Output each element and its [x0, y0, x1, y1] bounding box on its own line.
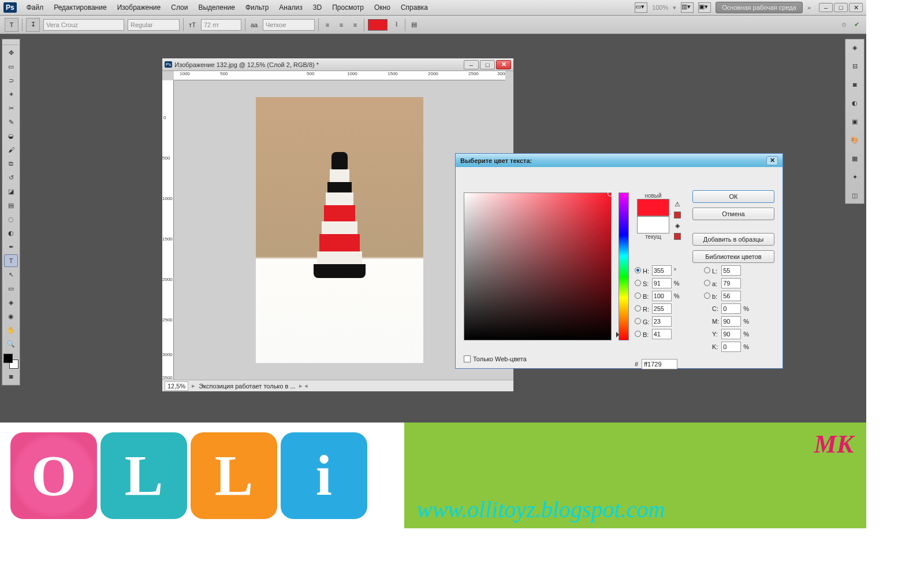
add-swatch-button[interactable]: Добавить в образцы [692, 233, 774, 246]
color-field[interactable] [464, 192, 612, 340]
hex-input[interactable] [642, 359, 677, 369]
font-size-dropdown[interactable]: 72 пт [201, 19, 241, 31]
blur-tool-icon[interactable]: ◌ [4, 213, 18, 225]
b-radio[interactable] [635, 292, 641, 299]
toolbox-grip[interactable] [3, 42, 18, 45]
bl-radio[interactable] [635, 331, 641, 337]
antialias-dropdown[interactable]: Четкое [263, 19, 315, 31]
dialog-close-button[interactable]: ✕ [766, 156, 778, 165]
paragraph-panel-icon[interactable]: ▤ [409, 20, 419, 30]
eraser-tool-icon[interactable]: ◪ [4, 185, 18, 198]
doc-zoom-field[interactable]: 12,5% [165, 381, 188, 391]
3d-camera-tool-icon[interactable]: ◉ [4, 310, 18, 323]
stamp-tool-icon[interactable]: ⧉ [4, 157, 18, 170]
r-input[interactable] [652, 303, 672, 314]
bl-input[interactable] [652, 329, 672, 339]
doc-close-button[interactable]: ✕ [496, 60, 511, 69]
align-center-icon[interactable]: ≡ [336, 20, 346, 30]
a-radio[interactable] [704, 280, 710, 286]
masks-panel-icon[interactable]: ▣ [848, 116, 862, 127]
commit-edits-icon[interactable]: ✔ [851, 20, 862, 30]
maximize-workspace-button[interactable]: □ [834, 3, 848, 12]
history-brush-tool-icon[interactable]: ↺ [4, 171, 18, 184]
align-left-icon[interactable]: ≡ [322, 20, 333, 30]
path-select-tool-icon[interactable]: ↖ [4, 268, 18, 281]
websafe-swatch[interactable] [674, 233, 681, 240]
color-panel-icon[interactable]: 🎨 [848, 134, 862, 146]
shape-tool-icon[interactable]: ▭ [4, 282, 18, 295]
layers-panel-icon[interactable]: ◈ [848, 42, 862, 53]
zoom-tool-icon[interactable]: 🔍 [4, 338, 18, 350]
websafe-warning-icon[interactable]: ◈ [675, 222, 680, 229]
minimize-workspace-button[interactable]: – [819, 3, 833, 12]
text-orientation-icon[interactable]: ↧ [26, 18, 40, 32]
current-color-swatch[interactable] [637, 216, 669, 234]
bb-input[interactable] [652, 291, 672, 301]
styles-panel-icon[interactable]: ✦ [848, 171, 862, 183]
h-radio[interactable] [635, 267, 641, 273]
menu-file[interactable]: Файл [21, 3, 49, 12]
menu-help[interactable]: Справка [396, 3, 433, 12]
adjustments-panel-icon[interactable]: ◐ [848, 97, 862, 109]
web-colors-checkbox[interactable] [464, 355, 471, 362]
ok-button[interactable]: ОК [692, 190, 774, 203]
hue-slider[interactable] [619, 192, 629, 340]
s-radio[interactable] [635, 280, 641, 286]
menu-window[interactable]: Окно [369, 3, 396, 12]
menu-view[interactable]: Просмотр [327, 3, 369, 12]
type-tool-icon[interactable]: T [4, 254, 18, 267]
chevron-icon[interactable]: » [807, 4, 811, 11]
font-family-dropdown[interactable]: Vera Crouz [43, 19, 124, 31]
menu-filter[interactable]: Фильтр [240, 3, 274, 12]
s-input[interactable] [652, 278, 672, 288]
swatches-panel-icon[interactable]: ▦ [848, 153, 862, 164]
h-input[interactable] [652, 265, 672, 276]
color-libraries-button[interactable]: Библиотеки цветов [692, 250, 774, 263]
crop-tool-icon[interactable]: ✂ [4, 102, 18, 114]
g-radio[interactable] [635, 318, 641, 324]
brush-tool-icon[interactable]: 🖌 [4, 143, 18, 156]
menu-analysis[interactable]: Анализ [274, 3, 308, 12]
foreground-background-swatch[interactable] [3, 354, 18, 369]
menu-image[interactable]: Изображение [112, 3, 166, 12]
k-input[interactable] [721, 342, 741, 352]
l-input[interactable] [721, 265, 741, 276]
doc-minimize-button[interactable]: – [464, 60, 479, 69]
workspace-button[interactable]: Основная рабочая среда [716, 2, 803, 13]
text-color-swatch[interactable] [368, 19, 388, 31]
lb-input[interactable] [721, 291, 741, 301]
y-input[interactable] [721, 329, 741, 339]
move-tool-icon[interactable]: ✥ [4, 46, 18, 59]
healing-tool-icon[interactable]: ◒ [4, 129, 18, 142]
warp-text-icon[interactable]: ⌇ [391, 20, 401, 30]
pen-tool-icon[interactable]: ✒ [4, 240, 18, 253]
gamut-swatch[interactable] [674, 212, 681, 218]
magic-wand-tool-icon[interactable]: ✶ [4, 88, 18, 101]
active-tool-icon[interactable]: T [5, 18, 18, 32]
paths-panel-icon[interactable]: ◫ [848, 190, 862, 201]
lb-radio[interactable] [704, 292, 710, 299]
c-input[interactable] [721, 303, 741, 314]
align-right-icon[interactable]: ≡ [350, 20, 360, 30]
3d-tool-icon[interactable]: ◈ [4, 296, 18, 309]
arrange-icon[interactable]: ▥▾ [681, 2, 694, 13]
menu-3d[interactable]: 3D [308, 3, 327, 12]
hand-tool-icon[interactable]: ✋ [4, 324, 18, 336]
g-input[interactable] [652, 316, 672, 327]
dodge-tool-icon[interactable]: ◐ [4, 227, 18, 239]
lasso-tool-icon[interactable]: ⊃ [4, 74, 18, 87]
channels-panel-icon[interactable]: ⊟ [848, 60, 862, 72]
eyedropper-tool-icon[interactable]: ✎ [4, 116, 18, 128]
font-style-dropdown[interactable]: Regular [128, 19, 180, 31]
a-input[interactable] [721, 278, 741, 288]
m-input[interactable] [721, 316, 741, 327]
navigator-panel-icon[interactable]: ◙ [848, 79, 862, 90]
menu-select[interactable]: Выделение [193, 3, 240, 12]
marquee-tool-icon[interactable]: ▭ [4, 60, 18, 73]
gamut-warning-icon[interactable]: ⚠ [675, 201, 680, 208]
menu-layer[interactable]: Слои [166, 3, 193, 12]
cancel-button[interactable]: Отмена [692, 208, 774, 220]
r-radio[interactable] [635, 305, 641, 312]
doc-maximize-button[interactable]: □ [480, 60, 495, 69]
l-radio[interactable] [704, 267, 710, 273]
